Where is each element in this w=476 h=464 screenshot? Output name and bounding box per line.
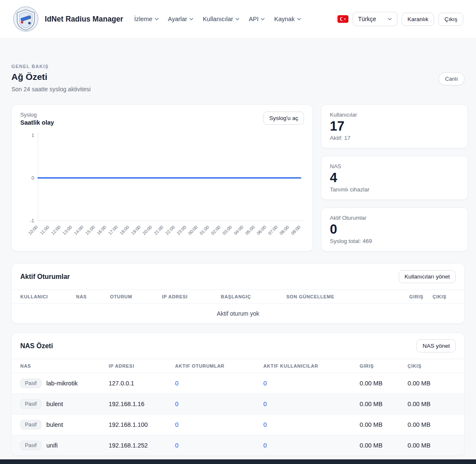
nav-item-label: Kullanıcılar	[203, 16, 233, 22]
nav-item-izleme[interactable]: İzleme	[134, 16, 159, 22]
empty-row: Aktif oturum yok	[12, 304, 464, 324]
active-users-link[interactable]: 0	[263, 380, 267, 387]
status-badge: Pasif	[20, 399, 41, 409]
nas-summary-title: NAS Özeti	[20, 342, 53, 350]
chevron-down-icon	[189, 18, 193, 20]
open-syslog-button[interactable]: Syslog'u aç	[263, 112, 304, 125]
dark-mode-button[interactable]: Karanlık	[402, 13, 435, 26]
stat-label: NAS	[330, 163, 459, 169]
chevron-down-icon	[388, 18, 392, 20]
column-header: GIRIŞ	[381, 290, 424, 304]
column-header: IP ADRESI	[109, 359, 175, 373]
tx-total: 0.00 MB	[408, 415, 464, 435]
stat-label: Aktif Oturumlar	[330, 215, 459, 221]
app-title: IdNet Radius Manager	[45, 15, 123, 24]
status-badge: Pasif	[20, 441, 41, 450]
empty-sessions-text: Aktif oturum yok	[12, 304, 464, 324]
column-header: NAS	[76, 290, 110, 304]
active-users-link[interactable]: 0	[263, 442, 267, 449]
rx-total: 0.00 MB	[360, 415, 408, 435]
syslog-chart: 10-110:0011:0012:0013:0014:0015:0016:001…	[20, 128, 305, 245]
column-header: SON GÜNCELLEME	[286, 290, 381, 304]
stat-label: Kullanıcılar	[330, 112, 459, 118]
status-badge: Pasif	[20, 379, 41, 388]
svg-text:14:00: 14:00	[73, 224, 84, 236]
tx-total: 0.00 MB	[408, 435, 464, 456]
svg-text:15:00: 15:00	[84, 224, 96, 236]
logout-button[interactable]: Çıkış	[438, 13, 463, 26]
svg-text:05:00: 05:00	[244, 224, 256, 236]
svg-text:00:00: 00:00	[187, 224, 199, 236]
stat-card-active-sessions: Aktif Oturumlar 0 Syslog total: 469	[321, 207, 468, 251]
svg-text:17:00: 17:00	[107, 224, 119, 236]
language-select-value: Türkçe	[358, 16, 376, 22]
svg-text:20:00: 20:00	[141, 224, 153, 236]
nas-name: bulent	[46, 401, 63, 407]
overview-header: GENEL BAKIŞ Ağ Özeti Son 24 saatte syslo…	[11, 64, 465, 93]
column-header: ÇIKIŞ	[408, 359, 464, 373]
svg-text:08:00: 08:00	[278, 224, 290, 236]
svg-text:10:00: 10:00	[27, 224, 38, 236]
rx-total: 0.00 MB	[360, 435, 408, 456]
svg-text:19:00: 19:00	[130, 224, 141, 236]
nav-item-kullanicilar[interactable]: Kullanıcılar	[203, 16, 239, 22]
stat-sub: Aktif: 17	[330, 135, 459, 141]
column-header: KULLANICI	[12, 290, 76, 304]
svg-text:01:00: 01:00	[199, 224, 210, 236]
stat-value: 4	[330, 170, 459, 186]
tx-total: 0.00 MB	[408, 394, 464, 415]
language-select[interactable]: Türkçe	[353, 12, 397, 26]
svg-text:22:00: 22:00	[164, 224, 176, 236]
column-header: AKTIF OTURUMLAR	[175, 359, 264, 373]
column-header: ÇIKIŞ	[424, 290, 464, 304]
svg-text:09:00: 09:00	[290, 224, 301, 236]
column-header: OTURUM	[110, 290, 162, 304]
column-header: NAS	[12, 359, 109, 373]
svg-text:07:00: 07:00	[267, 224, 278, 236]
rx-total: 0.00 MB	[360, 373, 408, 394]
chevron-down-icon	[235, 18, 239, 20]
table-row: Pasif bulent 192.168.1.16 0 0 0.00 MB 0.…	[12, 394, 464, 415]
nav-item-kaynak[interactable]: Kaynak	[274, 16, 301, 22]
svg-text:-1: -1	[30, 218, 34, 223]
syslog-label: Syslog	[20, 112, 54, 118]
active-users-link[interactable]: 0	[263, 421, 267, 428]
page-subtitle: Son 24 saatte syslog aktivitesi	[11, 86, 465, 93]
nas-table: NAS IP ADRESI AKTIF OTURUMLAR AKTIF KULL…	[12, 359, 464, 456]
main-nav: İzleme Ayarlar Kullanıcılar API Kaynak	[134, 16, 301, 22]
nas-ip: 127.0.0.1	[109, 373, 175, 394]
svg-text:04:00: 04:00	[233, 224, 244, 236]
svg-text:18:00: 18:00	[119, 224, 130, 236]
app-header: IdNet Radius Manager İzleme Ayarlar Kull…	[0, 0, 476, 38]
column-header: BAŞLANGIÇ	[221, 290, 286, 304]
active-sessions-card: Aktif Oturumlar Kullanıcıları yönet KULL…	[11, 263, 465, 324]
status-badge: Pasif	[20, 420, 41, 429]
active-sessions-link[interactable]: 0	[175, 442, 179, 449]
table-row: Pasif bulent 192.168.1.100 0 0 0.00 MB 0…	[12, 415, 464, 435]
column-header: GIRIŞ	[360, 359, 408, 373]
chevron-down-icon	[297, 18, 301, 20]
nav-item-label: Kaynak	[274, 16, 294, 22]
active-sessions-link[interactable]: 0	[175, 380, 179, 387]
nav-item-ayarlar[interactable]: Ayarlar	[168, 16, 194, 22]
tx-total: 0.00 MB	[408, 373, 464, 394]
manage-nas-button[interactable]: NAS yönet	[416, 339, 456, 352]
nav-item-api[interactable]: API	[249, 16, 265, 22]
footer-bar	[0, 459, 476, 464]
active-sessions-link[interactable]: 0	[175, 421, 179, 428]
live-status-badge: Canlı	[438, 72, 465, 85]
svg-text:02:00: 02:00	[210, 224, 221, 236]
active-users-link[interactable]: 0	[263, 401, 267, 407]
svg-text:0: 0	[32, 175, 34, 180]
nas-name: unifi	[46, 442, 58, 449]
active-sessions-link[interactable]: 0	[175, 401, 179, 407]
turkey-flag-icon	[337, 15, 348, 23]
stat-value: 17	[330, 119, 459, 134]
nas-ip: 192.168.1.16	[109, 394, 175, 415]
manage-users-button[interactable]: Kullanıcıları yönet	[399, 270, 456, 283]
syslog-title: Saatlik olay	[20, 119, 54, 126]
nas-summary-card: NAS Özeti NAS yönet NAS IP ADRESI AKTIF …	[11, 333, 465, 456]
table-row: Pasif lab-mikrotik 127.0.0.1 0 0 0.00 MB…	[12, 373, 464, 394]
stat-value: 0	[330, 222, 459, 237]
svg-text:12:00: 12:00	[50, 224, 61, 236]
